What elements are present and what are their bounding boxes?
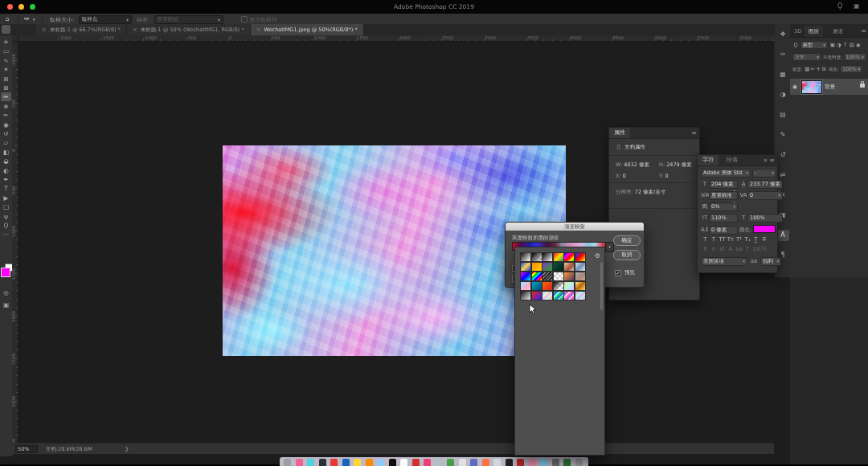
document-tab[interactable]: ×WechatIMG1.jpeg @ 50%(RGB/8*) * [251,24,364,35]
tab-character[interactable]: 字符 [698,155,719,166]
gradient-swatch[interactable] [563,262,575,272]
gradient-picker-toggle[interactable]: ▾ [605,242,614,252]
panel-menu-icon[interactable]: ≡ [861,27,866,35]
close-tab-icon[interactable]: × [133,27,137,33]
gradient-swatch[interactable] [575,262,586,272]
opentype-button[interactable]: T [744,246,751,253]
dock-app-icon[interactable] [377,459,384,466]
dock-app-icon[interactable] [517,459,524,466]
filter-type-layers-icon[interactable]: T [842,42,849,48]
gradient-swatch[interactable] [520,252,531,262]
horizontal-scale-field[interactable]: 100% [747,214,783,223]
dock-app-icon[interactable] [354,459,361,466]
gradient-swatch[interactable] [531,252,542,262]
gradient-swatch[interactable] [553,291,564,300]
dock-app-icon[interactable] [436,459,443,466]
eraser-tool[interactable]: ▱ [1,138,11,147]
screen-mode-button[interactable]: ▣ [1,300,11,309]
close-tab-icon[interactable]: × [42,27,47,33]
dock-app-icon[interactable] [400,459,407,466]
gradient-swatch[interactable] [520,272,531,281]
gradient-swatch[interactable] [542,262,553,272]
gradient-swatch[interactable] [531,291,542,300]
dock-app-icon[interactable] [366,459,373,466]
gradient-swatch[interactable] [520,281,531,291]
kerning-field[interactable]: 度量标准▾ [709,191,738,200]
tab-properties[interactable]: 属性 [609,128,630,138]
collapse-icon[interactable]: » [764,157,768,164]
opentype-button[interactable]: fi [702,246,709,253]
eyedropper-tool-icon[interactable]: ✑ [24,15,30,22]
gradient-swatch[interactable] [563,252,575,262]
gear-icon[interactable]: ⚙ [595,252,600,260]
foreground-color-well[interactable] [1,268,10,277]
status-arrow-icon[interactable]: ❯ [125,446,129,452]
opentype-button[interactable]: st [719,246,726,253]
frame-tool[interactable]: ⊠ [1,84,11,92]
filter-adjustment-layers-icon[interactable]: ◑ [836,42,842,48]
dock-app-icon[interactable] [307,459,314,466]
history-panel-icon[interactable]: ↺ [776,149,789,161]
picker-scrollbar[interactable] [600,262,603,310]
gradient-swatch[interactable] [575,291,586,300]
gradient-swatch[interactable] [563,281,575,291]
tracking-field[interactable]: 0▾ [747,191,783,200]
ruler-horizontal[interactable]: -2000-1500-1000-500050010001500200025003… [18,35,774,42]
lock-transparency-icon[interactable]: ▩ [805,66,810,72]
gradient-swatch[interactable] [531,272,542,281]
layer-filter-select[interactable]: 类型▾ [800,41,828,49]
dock-app-icon[interactable] [342,459,350,466]
dock-app-icon[interactable] [319,459,326,466]
lock-pixels-icon[interactable]: ✏ [810,66,816,72]
gradient-swatch[interactable] [542,252,553,262]
dock-app-icon[interactable] [459,459,466,466]
gradient-swatch[interactable] [553,272,564,281]
styles-panel-icon[interactable]: ▤ [776,109,789,121]
close-tab-icon[interactable]: × [256,27,261,33]
dodge-tool[interactable]: ◐ [1,166,11,175]
panel-corner-chip[interactable] [2,25,10,34]
gradient-swatch[interactable] [553,252,564,262]
opentype-button[interactable]: aa [735,246,743,253]
text-style-button[interactable]: Tᴛ [727,236,735,243]
show-sampling-ring-checkbox[interactable]: 显示取样环 [241,16,277,24]
dock-app-icon[interactable] [412,459,420,466]
filter-shape-layers-icon[interactable]: ▤ [849,42,855,48]
opentype-button[interactable]: o [710,246,718,253]
gradient-swatch[interactable] [563,291,575,300]
history-brush-tool[interactable]: ↺ [1,129,11,138]
fill-field[interactable]: 100%▾ [840,65,862,73]
gradient-swatch[interactable] [553,281,564,291]
gradient-swatch[interactable] [542,281,553,291]
adjustments-panel-icon[interactable]: ◑ [776,89,789,100]
layer-visibility-icon[interactable]: ◉ [792,84,797,90]
tab-channels[interactable]: 通道 [829,26,847,37]
antialias-select[interactable]: 锐利▾ [760,257,781,266]
filter-smart-objects-icon[interactable]: ◉ [855,42,862,48]
tab-3d[interactable]: 3D [790,26,805,37]
dock-app-icon[interactable] [330,459,338,466]
ruler-vertical[interactable]: -1000-5000500100015002000250030003500 [12,41,18,444]
text-style-button[interactable]: T̶ [761,236,768,243]
gradient-swatch[interactable] [531,281,542,291]
preview-checkbox[interactable]: ✓ 预览 [615,269,635,276]
panel-menu-icon[interactable]: ≡ [691,129,697,137]
gradient-swatch[interactable] [575,252,586,262]
dock-app-icon[interactable] [529,459,536,466]
text-style-button[interactable]: T̲ [752,236,760,243]
text-style-button[interactable]: T₁ [744,236,751,243]
crop-tool[interactable]: ⊞ [1,75,11,84]
tab-paragraph[interactable]: 段落 [722,155,743,166]
blur-tool[interactable]: ◒ [1,157,11,166]
gradient-swatch[interactable] [575,272,586,281]
dock-app-icon[interactable] [506,459,513,466]
pen-tool[interactable]: ✒ [1,175,11,184]
zoom-level-field[interactable]: 50% [15,445,38,453]
chevron-down-icon[interactable]: ▾ [33,17,35,22]
dock-app-icon[interactable] [493,459,501,466]
text-style-button[interactable]: T¹ [735,236,743,243]
lasso-tool[interactable]: ∿ [1,56,11,65]
text-style-button[interactable]: T [702,236,709,243]
tab-layers[interactable]: 图层 [805,26,823,37]
macos-dock[interactable] [280,457,588,466]
